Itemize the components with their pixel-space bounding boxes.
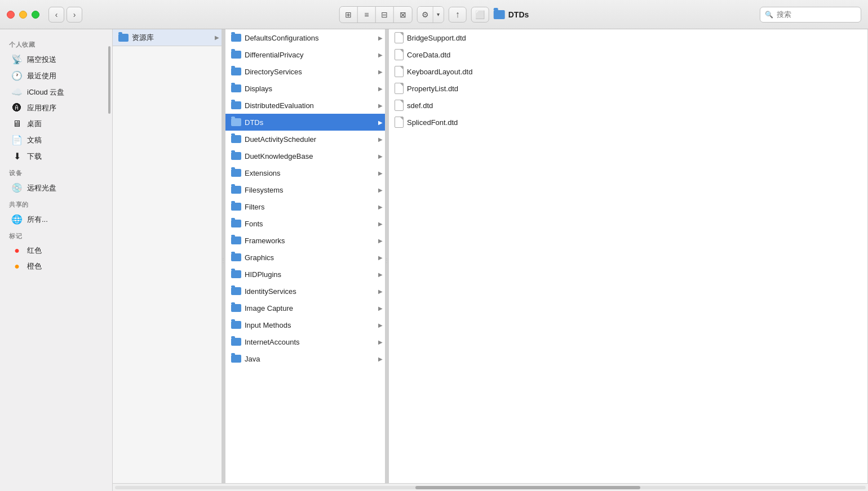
folder-name: Java	[245, 355, 378, 363]
search-icon: 🔍	[765, 11, 773, 19]
file-name: sdef.dtd	[407, 101, 862, 110]
folder-row-hidplugins[interactable]: HIDPlugins▶	[225, 266, 388, 283]
folder-row-internetaccounts[interactable]: InternetAccounts▶	[225, 333, 388, 350]
folder-name: Image Capture	[245, 304, 378, 313]
sidebar-section-devices: 设备	[0, 164, 112, 180]
settings-button[interactable]: ⚙	[418, 7, 433, 23]
library-row[interactable]: 资源库 ▶	[113, 29, 225, 46]
folder-name: IdentityServices	[245, 287, 378, 296]
folder-arrow: ▶	[378, 35, 383, 41]
folder-arrow: ▶	[378, 288, 383, 294]
toolbar-center: ⊞ ≡ ⊟ ⊠ ⚙ ▾ ↑ ⬜ DTDs	[339, 6, 529, 23]
file-icon	[395, 100, 404, 111]
sidebar-item-airdrop[interactable]: 📡 隔空投送	[2, 51, 110, 68]
column-view: 资源库 ▶ ⋮ DefaultsConfigurations▶Different…	[113, 29, 868, 491]
folder-name: Filters	[245, 203, 378, 211]
file-row-KeyboardLayout-dtd[interactable]: KeyboardLayout.dtd	[389, 63, 867, 80]
sidebar-section-favorites: 个人收藏	[0, 36, 112, 51]
toolbar-right: 🔍	[760, 7, 861, 23]
folder-name: DuetKnowledgeBase	[245, 152, 378, 160]
folder-arrow: ▶	[378, 271, 383, 278]
sidebar-label-remote-disc: 远程光盘	[27, 183, 56, 193]
col1-resize-handle[interactable]: ⋮	[222, 29, 225, 491]
scrollbar-track[interactable]	[115, 486, 866, 489]
folder-name: Filesystems	[245, 186, 378, 194]
folder-row-defaultsconfigurations[interactable]: DefaultsConfigurations▶	[225, 29, 388, 46]
sidebar-item-remote-disc[interactable]: 💿 远程光盘	[2, 180, 110, 196]
downloads-icon: ⬇	[11, 151, 23, 162]
minimize-button[interactable]	[19, 11, 27, 19]
folder-icon	[231, 68, 241, 75]
search-box[interactable]: 🔍	[760, 7, 861, 23]
file-icon	[395, 83, 404, 94]
sidebar-item-documents[interactable]: 📄 文稿	[2, 132, 110, 148]
folder-icon	[231, 101, 241, 109]
sidebar-scrollbar[interactable]	[108, 46, 110, 114]
sidebar-item-icloud[interactable]: ☁️ iCloud 云盘	[2, 84, 110, 100]
file-row-sdef-dtd[interactable]: sdef.dtd	[389, 97, 867, 114]
folder-icon	[231, 169, 241, 177]
close-button[interactable]	[7, 11, 15, 19]
folder-row-fonts[interactable]: Fonts▶	[225, 215, 388, 232]
scrollbar-thumb[interactable]	[415, 486, 641, 489]
search-input[interactable]	[777, 10, 856, 19]
folder-icon	[231, 118, 241, 126]
folder-name: DirectoryServices	[245, 68, 378, 76]
folder-row-extensions[interactable]: Extensions▶	[225, 164, 388, 181]
gallery-view-button[interactable]: ⊠	[394, 7, 412, 23]
sidebar-item-all[interactable]: 🌐 所有...	[2, 211, 110, 227]
col2-resize-handle[interactable]: ⋮	[385, 29, 388, 491]
folder-row-java[interactable]: Java▶	[225, 350, 388, 367]
folder-arrow: ▶	[378, 221, 383, 227]
folder-row-filesystems[interactable]: Filesystems▶	[225, 181, 388, 198]
list-view-button[interactable]: ≡	[358, 7, 376, 23]
folder-row-input-methods[interactable]: Input Methods▶	[225, 316, 388, 333]
folder-arrow: ▶	[378, 204, 383, 210]
column-view-button[interactable]: ⊟	[376, 7, 394, 23]
folder-arrow: ▶	[378, 102, 383, 109]
folder-row-differentialprivacy[interactable]: DifferentialPrivacy▶	[225, 46, 388, 63]
folder-row-identityservices[interactable]: IdentityServices▶	[225, 283, 388, 300]
file-name: BridgeSupport.dtd	[407, 34, 862, 42]
folder-row-duetknowledgebase[interactable]: DuetKnowledgeBase▶	[225, 148, 388, 164]
icloud-icon: ☁️	[11, 87, 23, 97]
sidebar-item-recents[interactable]: 🕐 最近使用	[2, 68, 110, 84]
folder-row-distributedevaluation[interactable]: DistributedEvaluation▶	[225, 97, 388, 114]
folder-row-dtds[interactable]: DTDs▶	[225, 114, 388, 131]
folder-row-graphics[interactable]: Graphics▶	[225, 249, 388, 266]
sidebar-item-downloads[interactable]: ⬇ 下载	[2, 148, 110, 164]
sidebar-item-applications[interactable]: 🅐 应用程序	[2, 100, 110, 116]
folders-list: DefaultsConfigurations▶DifferentialPriva…	[225, 29, 388, 367]
folder-row-directoryservices[interactable]: DirectoryServices▶	[225, 63, 388, 80]
file-row-CoreData-dtd[interactable]: CoreData.dtd	[389, 46, 867, 63]
file-row-SplicedFont-dtd[interactable]: SplicedFont.dtd	[389, 114, 867, 131]
sidebar-item-red[interactable]: ● 红色	[2, 243, 110, 258]
folder-row-filters[interactable]: Filters▶	[225, 198, 388, 215]
settings-dropdown[interactable]: ▾	[433, 7, 444, 23]
back-button[interactable]: ‹	[48, 7, 64, 23]
sidebar-item-desktop[interactable]: 🖥 桌面	[2, 116, 110, 132]
folder-row-displays[interactable]: Displays▶	[225, 80, 388, 97]
folder-row-frameworks[interactable]: Frameworks▶	[225, 232, 388, 249]
folder-name: Input Methods	[245, 321, 378, 329]
file-name: CoreData.dtd	[407, 51, 862, 59]
folder-icon	[231, 34, 241, 42]
file-row-PropertyList-dtd[interactable]: PropertyList.dtd	[389, 80, 867, 97]
folder-arrow: ▶	[378, 238, 383, 244]
tag-button[interactable]: ⬜	[471, 7, 489, 23]
folder-icon	[231, 270, 241, 278]
documents-icon: 📄	[11, 135, 23, 145]
sidebar-item-orange[interactable]: ● 橙色	[2, 258, 110, 274]
share-button[interactable]: ↑	[449, 7, 467, 23]
folder-row-duetactivityscheduler[interactable]: DuetActivityScheduler▶	[225, 131, 388, 148]
sidebar: 个人收藏 📡 隔空投送 🕐 最近使用 ☁️ iCloud 云盘 🅐 应用程序 🖥…	[0, 29, 113, 491]
maximize-button[interactable]	[32, 11, 39, 19]
file-row-BridgeSupport-dtd[interactable]: BridgeSupport.dtd	[389, 29, 867, 46]
icon-view-button[interactable]: ⊞	[340, 7, 358, 23]
bottom-scrollbar[interactable]	[113, 483, 868, 491]
folder-name: DifferentialPrivacy	[245, 51, 378, 59]
titlebar: ‹ › ⊞ ≡ ⊟ ⊠ ⚙ ▾ ↑ ⬜ DTDs 🔍	[0, 0, 868, 29]
forward-button[interactable]: ›	[67, 7, 82, 23]
folder-row-image-capture[interactable]: Image Capture▶	[225, 300, 388, 316]
library-arrow: ▶	[215, 34, 219, 41]
